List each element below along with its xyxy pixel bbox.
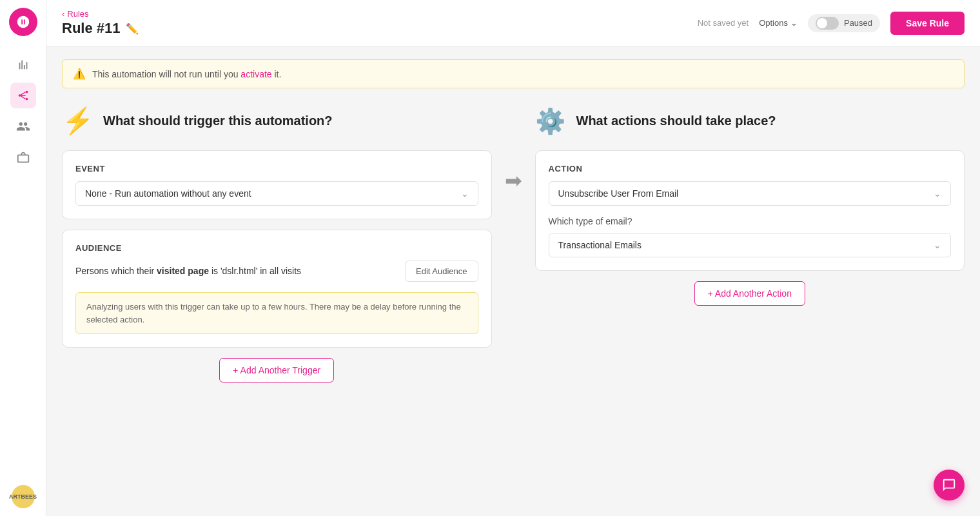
options-button[interactable]: Options ⌄ <box>759 18 798 28</box>
email-type-question: Which type of email? <box>549 216 952 226</box>
audience-description: Persons which their visited page is 'dsl… <box>75 264 301 278</box>
action-label: Action <box>549 164 952 174</box>
email-type-value: Transactional Emails <box>558 240 642 250</box>
event-label: Event <box>75 164 478 174</box>
chat-support-button[interactable] <box>934 470 965 501</box>
action-card: Action Unsubscribe User From Email ⌄ Whi… <box>535 150 965 271</box>
svg-text:⚙️: ⚙️ <box>535 106 566 136</box>
action-section-title: What actions should take place? <box>576 114 776 128</box>
not-saved-status: Not saved yet <box>698 18 749 28</box>
event-value: None - Run automation without any event <box>85 188 251 199</box>
sidebar: ARTBEES <box>0 0 46 516</box>
save-rule-button[interactable]: Save Rule <box>890 12 965 35</box>
user-avatar[interactable]: ARTBEES <box>12 485 35 508</box>
action-select[interactable]: Unsubscribe User From Email ⌄ <box>549 181 952 206</box>
add-another-action-button[interactable]: + Add Another Action <box>694 281 805 306</box>
two-col-layout: ⚡ What should trigger this automation? E… <box>62 104 965 382</box>
edit-title-icon[interactable]: ✏️ <box>126 23 139 35</box>
add-trigger-wrap: + Add Another Trigger <box>62 358 492 382</box>
trigger-note: Analyzing users with this trigger can ta… <box>75 292 478 334</box>
arrow-column: ➡ <box>492 104 535 193</box>
header-right: Not saved yet Options ⌄ Paused Save Rule <box>698 12 965 35</box>
paused-toggle-wrap[interactable]: Paused <box>808 14 880 32</box>
paused-toggle[interactable] <box>816 17 839 30</box>
sidebar-bottom: ARTBEES <box>12 485 35 508</box>
warning-icon: ⚠️ <box>73 68 86 80</box>
warning-text: This automation will not run until you a… <box>92 69 281 79</box>
logo[interactable] <box>9 8 37 36</box>
sidebar-item-users[interactable] <box>10 114 36 139</box>
main-content: ‹ Rules Rule #11 ✏️ Not saved yet Option… <box>46 0 980 516</box>
event-select[interactable]: None - Run automation without any event … <box>75 181 478 206</box>
arrow-right-icon: ➡ <box>505 168 522 193</box>
svg-point-0 <box>18 94 21 97</box>
action-value: Unsubscribe User From Email <box>558 188 679 199</box>
back-link[interactable]: ‹ Rules <box>62 9 687 19</box>
audience-label: Audience <box>75 243 478 253</box>
audience-row: Persons which their visited page is 'dsl… <box>75 261 478 282</box>
add-another-trigger-button[interactable]: + Add Another Trigger <box>219 358 334 382</box>
trigger-icon: ⚡ <box>62 104 95 137</box>
edit-audience-button[interactable]: Edit Audience <box>405 261 478 282</box>
back-chevron-icon: ‹ <box>62 9 64 19</box>
trigger-event-card: Event None - Run automation without any … <box>62 150 492 219</box>
header: ‹ Rules Rule #11 ✏️ Not saved yet Option… <box>46 0 980 46</box>
page-body: ⚠️ This automation will not run until yo… <box>46 46 980 516</box>
event-chevron-icon: ⌄ <box>461 188 469 199</box>
activate-link[interactable]: activate <box>240 69 271 79</box>
options-chevron-icon: ⌄ <box>790 18 798 28</box>
toggle-label: Paused <box>844 18 872 28</box>
action-section-header: ⚙️ What actions should take place? <box>535 104 965 137</box>
header-left: ‹ Rules Rule #11 ✏️ <box>62 9 687 37</box>
sidebar-item-automations[interactable] <box>10 83 36 108</box>
svg-text:⚡: ⚡ <box>62 105 94 136</box>
email-type-select[interactable]: Transactional Emails ⌄ <box>549 233 952 257</box>
email-type-chevron-icon: ⌄ <box>934 240 941 250</box>
action-column: ⚙️ What actions should take place? Actio… <box>535 104 965 306</box>
svg-point-2 <box>25 98 28 101</box>
audience-card: Audience Persons which their visited pag… <box>62 230 492 348</box>
add-action-wrap: + Add Another Action <box>535 281 965 306</box>
warning-banner: ⚠️ This automation will not run until yo… <box>62 59 965 88</box>
action-icon: ⚙️ <box>535 104 569 137</box>
sidebar-item-products[interactable] <box>10 144 36 170</box>
trigger-section-header: ⚡ What should trigger this automation? <box>62 104 492 137</box>
trigger-column: ⚡ What should trigger this automation? E… <box>62 104 492 382</box>
trigger-section-title: What should trigger this automation? <box>103 114 333 128</box>
sidebar-item-analytics[interactable] <box>10 52 36 77</box>
page-title: Rule #11 ✏️ <box>62 20 687 37</box>
back-label: Rules <box>67 9 88 19</box>
svg-point-1 <box>25 91 28 94</box>
action-chevron-icon: ⌄ <box>934 188 941 199</box>
